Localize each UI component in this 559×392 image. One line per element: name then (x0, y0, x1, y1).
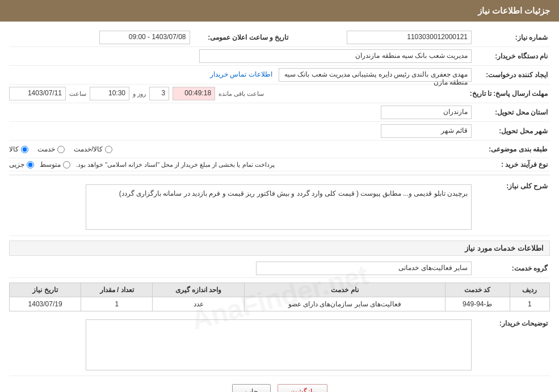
radio-khadamat[interactable]: خدمت (37, 145, 65, 153)
radio-khadamat-input[interactable] (57, 146, 65, 153)
row-shahr: شهر محل تحویل: قائم شهر (9, 122, 550, 141)
tosih-kharidar-label: توضیحات خریدار: (476, 319, 550, 327)
kala-label: کالا (9, 145, 19, 153)
cell-namKhadamat: فعالیت‌های سایر سازمان‌های دارای عضو (244, 297, 445, 311)
page-header: جزئیات اطلاعات نیاز (0, 0, 559, 22)
col-vahed: واحد اندازه گیری (153, 283, 245, 297)
col-tedad: تعداد / مقدار (81, 283, 153, 297)
col-nam-khadamat: نام خدمت (244, 283, 445, 297)
radio-kala[interactable]: کالا (9, 145, 28, 153)
saat-label: ساعت (69, 90, 86, 98)
jozi-label: جزیی (9, 161, 24, 168)
mohlat-ersal-label: مهلت ارسال پاسخ: تا تاریخ: (465, 90, 550, 98)
content-area: شماره نیاز: 1103030012000121 تاریخ و ساع… (0, 22, 559, 392)
shahr-label: شهر محل تحویل: (476, 127, 550, 135)
shahr-value: قائم شهر (9, 124, 476, 138)
chap-button[interactable]: چاپ (232, 384, 271, 392)
col-kod-khadamat: کد خدمت (445, 283, 510, 297)
col-radif: ردیف (510, 283, 549, 297)
row-mohlat-ersal: مهلت ارسال پاسخ: تا تاریخ: 1403/07/11 سا… (9, 85, 550, 103)
shomare-niaz-value: 1103030012000121 (291, 31, 477, 44)
kala-khadamat-label: کالا/خدمت (74, 145, 103, 153)
page-container: جزئیات اطلاعات نیاز شماره نیاز: 11030300… (0, 0, 559, 392)
row-noe-farayand: نوع فرآیند خرید : جزیی متوسط پرداخت تمام… (9, 158, 550, 171)
row-nam-dastgah: نام دستگاه خریدار: مدیریت شعب بانک سیه م… (9, 47, 550, 66)
radio-kala-khadamat-input[interactable] (105, 146, 112, 153)
ijad-konande-field: مهدی جعفری بالندی رئیس دایره پشتیبانی مد… (279, 68, 472, 82)
khadamat-section-title: اطلاعات خدمات مورد نیاز (9, 241, 550, 256)
cell-tedad: 1 (81, 297, 153, 311)
row-sharh-koli: شرح کلی نیاز: برچیدن تابلو قدیمی و... مط… (9, 179, 550, 236)
noe-farayand-label: نوع فرآیند خرید : (476, 161, 550, 168)
sharh-koli-value: برچیدن تابلو قدیمی و... مطابق پیوست ( قی… (9, 182, 476, 232)
radio-kala-input[interactable] (21, 146, 28, 153)
ostan-label: استان محل تحویل: (476, 108, 550, 116)
radio-motevaset-input[interactable] (63, 161, 70, 168)
ijad-konande-value: مهدی جعفری بالندی رئیس دایره پشتیبانی مد… (9, 68, 476, 82)
row-tabaqe-bandi: طبقه بندی موضوعی: کالا خدمت کالا/خدمت (9, 141, 550, 158)
nam-dastgah-field: مدیریت شعب بانک سیه منطقه مازندران (199, 49, 472, 63)
page-title: جزئیات اطلاعات نیاز (478, 6, 550, 15)
row-shomare-tarikh: شماره نیاز: 1103030012000121 تاریخ و ساع… (9, 28, 550, 47)
row-tosih-kharidar: توضیحات خریدار: (9, 316, 550, 376)
bazgasht-button[interactable]: بازگشت (278, 384, 327, 392)
cell-kodKhadamat: ط-94-949 (445, 297, 510, 311)
tarikh-elan-value: 1403/07/08 - 09:00 (9, 31, 195, 44)
table-row: 1ط-94-949فعالیت‌های سایر سازمان‌های دارا… (10, 297, 550, 311)
cell-vahed: عدد (153, 297, 245, 311)
mohlat-mande-field: 00:49:18 (173, 87, 215, 100)
grohe-khadamat-field: سایر فعالیت‌های خدماتی (256, 262, 472, 275)
tarikh-elan-label: تاریخ و ساعت اعلان عمومی: (195, 33, 291, 41)
radio-kala-khadamat[interactable]: کالا/خدمت (74, 145, 112, 153)
sharh-koli-label: شرح کلی نیاز: (476, 182, 550, 190)
mohlat-saat-field: 10:30 (90, 87, 129, 100)
motevaset-label: متوسط (40, 161, 61, 168)
roz-label: روز و (133, 90, 146, 98)
nam-dastgah-value: مدیریت شعب بانک سیه منطقه مازندران (9, 49, 476, 63)
shomare-niaz-label: شماره نیاز: (476, 33, 550, 41)
grohe-khadamat-value: سایر فعالیت‌های خدماتی (9, 262, 476, 275)
ijad-konande-label: ایجاد کننده درخواست: (476, 71, 550, 79)
buttons-row: بازگشت چاپ (9, 384, 550, 392)
mande-label: ساعت باقی مانده (218, 90, 264, 98)
tabaqe-bandi-label: طبقه بندی موضوعی: (476, 145, 550, 153)
divider-1 (9, 175, 550, 175)
mohlat-ersal-value: 1403/07/11 ساعت 10:30 روز و 3 00:49:18 س… (9, 87, 465, 100)
tabaqe-bandi-value: کالا خدمت کالا/خدمت (9, 143, 476, 155)
tarikh-elan-field: 1403/07/08 - 09:00 (99, 31, 190, 44)
nam-dastgah-label: نام دستگاه خریدار: (476, 52, 550, 60)
row-ostan: استان محل تحویل: مازندران (9, 103, 550, 122)
radio-jozi[interactable]: جزیی (9, 161, 34, 168)
noe-farayand-note: پرداخت تمام یا بخشی از مبلغ خریدار از مح… (76, 161, 275, 168)
shomare-niaz-field: 1103030012000121 (347, 31, 472, 44)
mohlat-roz-field: 3 (149, 87, 169, 100)
ostan-field: مازندران (381, 106, 472, 119)
table-header-row: ردیف کد خدمت نام خدمت واحد اندازه گیری ت… (10, 283, 550, 297)
cell-radif: 1 (510, 297, 549, 311)
col-tarikh: تاریخ نیاز (10, 283, 81, 297)
grohe-khadamat-label: گروه خدمت: (476, 264, 550, 272)
row-ijad-konande: ایجاد کننده درخواست: مهدی جعفری بالندی ر… (9, 66, 550, 85)
cell-tarikh: 1403/07/19 (10, 297, 81, 311)
services-table-area: AnaFinder.net ردیف کد خدمت نام خدمت واحد… (9, 283, 550, 311)
tosih-kharidar-value (9, 319, 476, 372)
ijad-konande-link[interactable]: اطلاعات تماس خریدار (210, 70, 272, 78)
ostan-value: مازندران (9, 106, 476, 119)
noe-farayand-value: جزیی متوسط پرداخت تمام یا بخشی از مبلغ خ… (9, 161, 476, 168)
radio-jozi-input[interactable] (27, 161, 34, 168)
mohlat-date-field: 1403/07/11 (9, 87, 66, 100)
services-table: ردیف کد خدمت نام خدمت واحد اندازه گیری ت… (9, 283, 550, 311)
shahr-field: قائم شهر (381, 124, 472, 138)
khadamat-label: خدمت (37, 145, 55, 153)
row-grohe-khadamat: گروه خدمت: سایر فعالیت‌های خدماتی (9, 259, 550, 278)
radio-motevaset[interactable]: متوسط (40, 161, 70, 168)
sharh-koli-field: برچیدن تابلو قدیمی و... مطابق پیوست ( قی… (86, 184, 472, 230)
tosih-kharidar-field[interactable] (86, 319, 472, 370)
